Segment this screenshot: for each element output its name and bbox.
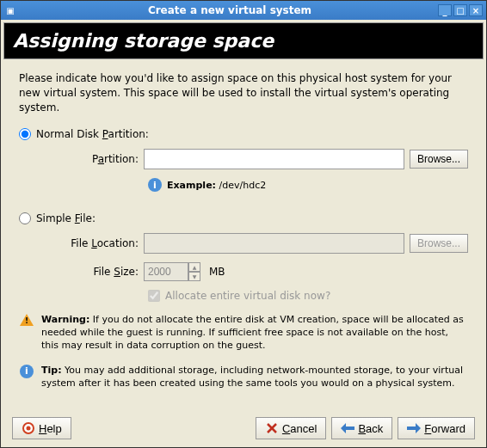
warning-icon — [20, 314, 34, 326]
footer: Help Cancel Back Forward — [3, 412, 484, 445]
intro-text: Please indicate how you'd like to assign… — [19, 71, 468, 114]
back-button[interactable]: Back — [331, 417, 392, 439]
window-title: Create a new virtual system — [22, 4, 438, 16]
content: Please indicate how you'd like to assign… — [3, 59, 484, 412]
titlebar: ▣ Create a new virtual system _ □ × — [1, 1, 486, 20]
file-size-row: File Size: ▲ ▼ MB — [40, 262, 468, 281]
close-button[interactable]: × — [469, 4, 483, 16]
info-icon: i — [148, 178, 162, 192]
partition-example: i Example: /dev/hdc2 — [148, 178, 468, 192]
window: ▣ Create a new virtual system _ □ × Assi… — [0, 0, 487, 448]
forward-icon — [407, 421, 421, 435]
spin-down-icon: ▼ — [188, 272, 200, 281]
maximize-button[interactable]: □ — [453, 4, 467, 16]
option-simple-file-label: Simple File: — [36, 212, 96, 224]
file-location-label: File Location: — [40, 237, 139, 249]
partition-input[interactable] — [144, 149, 404, 169]
help-button[interactable]: Help — [12, 417, 71, 439]
svg-point-1 — [27, 427, 31, 431]
example-text: Example: /dev/hdc2 — [167, 180, 266, 191]
option-normal-disk[interactable]: Normal Disk Partition: — [19, 128, 468, 140]
cancel-icon — [265, 421, 279, 435]
page-title: Assigning storage space — [3, 22, 484, 59]
file-location-row: File Location: Browse... — [40, 233, 468, 254]
file-size-input — [144, 262, 188, 281]
file-browse-button: Browse... — [410, 234, 468, 253]
warning-text: Warning: If you do not allocate the enti… — [41, 314, 468, 353]
app-icon: ▣ — [4, 4, 16, 16]
file-size-unit: MB — [209, 266, 225, 278]
back-icon — [341, 421, 354, 435]
minimize-button[interactable]: _ — [438, 4, 452, 16]
allocate-row: Allocate entire virtual disk now? — [148, 290, 468, 302]
file-size-spinner: ▲ ▼ — [144, 262, 204, 281]
forward-button[interactable]: Forward — [398, 417, 475, 439]
warning-note: Warning: If you do not allocate the enti… — [19, 314, 468, 353]
help-icon — [22, 421, 35, 435]
partition-browse-button[interactable]: Browse... — [410, 150, 468, 169]
radio-normal-disk[interactable] — [19, 128, 31, 140]
tip-note: i Tip: You may add additional storage, i… — [19, 365, 468, 390]
partition-row: Partition: Browse... — [40, 149, 468, 169]
client-area: Assigning storage space Please indicate … — [1, 20, 486, 447]
radio-simple-file[interactable] — [19, 212, 31, 224]
window-buttons: _ □ × — [438, 4, 483, 16]
file-location-input — [144, 233, 404, 254]
option-simple-file[interactable]: Simple File: — [19, 212, 468, 224]
partition-label: Partition: — [40, 153, 139, 165]
allocate-label: Allocate entire virtual disk now? — [165, 290, 330, 302]
option-normal-disk-label: Normal Disk Partition: — [36, 128, 149, 140]
spin-up-icon: ▲ — [188, 262, 200, 272]
info-icon: i — [20, 365, 34, 378]
file-size-label: File Size: — [40, 266, 139, 278]
tip-text: Tip: You may add additional storage, inc… — [41, 365, 468, 390]
allocate-checkbox — [148, 290, 160, 302]
cancel-button[interactable]: Cancel — [256, 417, 326, 439]
